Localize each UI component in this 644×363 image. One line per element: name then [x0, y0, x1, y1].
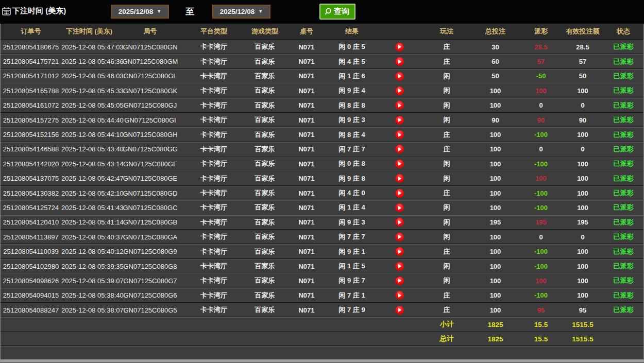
cell-replay: [376, 259, 422, 273]
cell-round-id: GN07125C080GL: [117, 69, 183, 83]
cell-table-no: N071: [285, 215, 328, 230]
replay-icon[interactable]: [395, 101, 404, 110]
cell-table-no: N071: [285, 303, 328, 317]
cell-replay: [376, 127, 422, 142]
cell-bet-side: 闲: [422, 215, 471, 230]
replay-icon[interactable]: [395, 145, 404, 153]
cell-platform: 卡卡湾厅: [183, 40, 244, 54]
subtotal-label: 小计: [422, 317, 471, 332]
cell-round-id: GN07125C080G9: [117, 244, 183, 258]
cell-round-id: GN07125C080GH: [117, 127, 183, 142]
play-triangle-icon: [398, 220, 401, 224]
cell-bet-time: 2025-12-08 05:42:10: [61, 186, 117, 200]
cell-bet-time: 2025-12-08 05:41:14: [61, 215, 117, 230]
cell-total-bet: 50: [471, 69, 520, 83]
cell-bet-time: 2025-12-08 05:43:40: [61, 142, 117, 157]
replay-icon[interactable]: [395, 116, 404, 125]
cell-valid-bet: 100: [562, 244, 603, 258]
play-triangle-icon: [398, 162, 401, 166]
cell-payout: -100: [520, 127, 562, 142]
cell-game-type: 百家乐: [244, 171, 285, 186]
table-body: 251208054180675 2025-12-08 05:47:03 GN07…: [1, 40, 643, 317]
cell-table-no: N071: [285, 171, 328, 186]
cell-payout: -100: [520, 288, 562, 303]
query-button[interactable]: 查询: [319, 4, 355, 20]
cell-bet-time: 2025-12-08 05:45:05: [61, 98, 117, 113]
cell-valid-bet: 100: [562, 259, 603, 273]
play-triangle-icon: [398, 250, 401, 254]
replay-icon[interactable]: [395, 72, 404, 81]
cell-result: 闲 0 庄 8: [328, 157, 376, 171]
replay-icon[interactable]: [395, 189, 404, 198]
cell-result: 闲 9 庄 4: [328, 83, 376, 98]
cell-total-bet: 100: [471, 157, 520, 171]
cell-status: 已派彩: [603, 157, 643, 171]
date-from-select[interactable]: 2025/12/08 ▼: [111, 5, 169, 19]
replay-icon[interactable]: [395, 306, 404, 315]
play-triangle-icon: [398, 206, 401, 210]
cell-status: 已派彩: [603, 259, 643, 273]
cell-payout: 28.5: [520, 40, 562, 54]
replay-icon[interactable]: [395, 203, 404, 212]
cell-status: 已派彩: [603, 142, 643, 157]
col-header-table-no: 桌号: [285, 24, 328, 40]
replay-icon[interactable]: [395, 247, 404, 256]
cell-round-id: GN07125C080G6: [117, 288, 183, 303]
table-row: 251208054130382 2025-12-08 05:42:10 GN07…: [1, 186, 643, 200]
cell-bet-side: 闲: [422, 113, 471, 127]
cell-status: 已派彩: [603, 98, 643, 113]
date-from-value: 2025/12/08: [118, 8, 154, 15]
replay-icon[interactable]: [395, 43, 404, 51]
cell-platform: 卡卡湾厅: [183, 186, 244, 200]
cell-bet-side: 闲: [422, 200, 471, 215]
replay-icon[interactable]: [395, 160, 404, 168]
replay-icon[interactable]: [395, 276, 404, 285]
cell-table-no: N071: [285, 230, 328, 244]
cell-game-type: 百家乐: [244, 259, 285, 273]
cell-result: 闲 1 庄 4: [328, 200, 376, 215]
table-row: 251208054171012 2025-12-08 05:46:03 GN07…: [1, 69, 643, 83]
replay-icon[interactable]: [395, 291, 404, 300]
cell-bet-time: 2025-12-08 05:41:43: [61, 200, 117, 215]
cell-status: 已派彩: [603, 244, 643, 258]
table-row: 251208054120410 2025-12-08 05:41:14 GN07…: [1, 215, 643, 230]
cell-bet-time: 2025-12-08 05:44:10: [61, 127, 117, 142]
cell-replay: [376, 40, 422, 54]
replay-icon[interactable]: [395, 174, 404, 183]
cell-game-type: 百家乐: [244, 273, 285, 288]
cell-order-id: 251208054102980: [1, 259, 61, 273]
cell-game-type: 百家乐: [244, 186, 285, 200]
cell-order-id: 251208054094015: [1, 288, 61, 303]
replay-icon[interactable]: [395, 218, 404, 227]
cell-bet-time: 2025-12-08 05:47:03: [61, 40, 117, 54]
replay-icon[interactable]: [395, 87, 404, 95]
cell-order-id: 251208054130382: [1, 186, 61, 200]
total-valid: 1515.5: [562, 332, 603, 346]
cell-valid-bet: 100: [562, 273, 603, 288]
cell-total-bet: 100: [471, 273, 520, 288]
replay-icon[interactable]: [395, 130, 404, 139]
cell-platform: 卡卡湾厅: [183, 54, 244, 68]
subtotal-bet: 1825: [471, 317, 520, 332]
cell-game-type: 百家乐: [244, 200, 285, 215]
cell-round-id: GN07125C080G7: [117, 273, 183, 288]
replay-icon[interactable]: [395, 233, 404, 241]
cell-bet-side: 闲: [422, 259, 471, 273]
cell-payout: 100: [520, 83, 562, 98]
table-row: 251208054137075 2025-12-08 05:42:47 GN07…: [1, 171, 643, 186]
cell-order-id: 251208054125724: [1, 200, 61, 215]
cell-bet-side: 闲: [422, 69, 471, 83]
col-header-platform: 平台类型: [183, 24, 244, 40]
play-triangle-icon: [398, 264, 401, 268]
cell-order-id: 251208054180675: [1, 40, 61, 54]
date-to-select[interactable]: 2025/12/08 ▼: [212, 5, 270, 19]
cell-bet-side: 闲: [422, 157, 471, 171]
replay-icon[interactable]: [395, 57, 404, 66]
replay-icon[interactable]: [395, 262, 404, 271]
cell-bet-side: 庄: [422, 40, 471, 54]
cell-total-bet: 30: [471, 40, 520, 54]
cell-round-id: GN07125C080GI: [117, 113, 183, 127]
cell-game-type: 百家乐: [244, 244, 285, 258]
col-header-payout: 派彩: [520, 24, 562, 40]
cell-result: 闲 0 庄 5: [328, 40, 376, 54]
